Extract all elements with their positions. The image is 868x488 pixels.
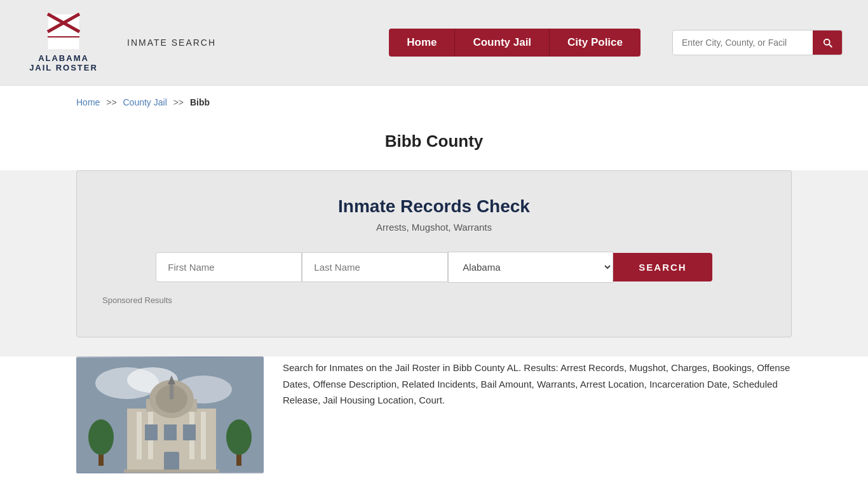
bottom-section: Search for Inmates on the Jail Roster in… xyxy=(0,356,868,488)
svg-rect-18 xyxy=(145,424,158,440)
last-name-input[interactable] xyxy=(302,252,448,282)
svg-rect-21 xyxy=(164,452,179,472)
logo-text-jailroster: JAIL ROSTER xyxy=(29,63,98,72)
sponsored-results-label: Sponsored Results xyxy=(96,295,772,305)
nav-home-button[interactable]: Home xyxy=(389,29,455,57)
logo: ALABAMA JAIL ROSTER xyxy=(25,13,102,72)
breadcrumb-home-link[interactable]: Home xyxy=(76,97,100,107)
breadcrumb-sep-1: >> xyxy=(106,97,116,107)
inmate-search-label: INMATE SEARCH xyxy=(127,37,216,48)
bottom-description: Search for Inmates on the Jail Roster in… xyxy=(283,356,792,473)
breadcrumb: Home >> County Jail >> Bibb xyxy=(0,86,868,119)
svg-rect-0 xyxy=(48,14,79,50)
svg-point-24 xyxy=(88,419,114,455)
svg-rect-17 xyxy=(201,412,206,459)
breadcrumb-sep-2: >> xyxy=(173,97,184,107)
state-select[interactable]: Alabama Alaska Arizona Arkansas Californ… xyxy=(448,252,613,283)
page-title: Bibb County xyxy=(0,132,868,151)
records-check-box: Inmate Records Check Arrests, Mugshot, W… xyxy=(76,170,792,337)
logo-text-alabama: ALABAMA xyxy=(38,53,89,63)
header-search-input[interactable] xyxy=(673,31,813,54)
svg-rect-22 xyxy=(124,470,219,473)
nav-county-jail-button[interactable]: County Jail xyxy=(455,29,550,57)
breadcrumb-county-jail-link[interactable]: County Jail xyxy=(123,97,167,107)
records-form: Alabama Alaska Arizona Arkansas Californ… xyxy=(96,252,772,283)
header: ALABAMA JAIL ROSTER INMATE SEARCH Home C… xyxy=(0,0,868,86)
search-icon xyxy=(822,37,833,48)
building-illustration xyxy=(76,356,264,473)
svg-rect-14 xyxy=(137,412,142,459)
svg-rect-19 xyxy=(164,424,177,440)
header-search xyxy=(672,30,843,55)
records-search-button[interactable]: SEARCH xyxy=(613,253,712,281)
main-nav: Home County Jail City Police xyxy=(389,29,641,57)
county-image xyxy=(76,356,264,473)
breadcrumb-current: Bibb xyxy=(190,97,210,107)
svg-point-26 xyxy=(226,419,252,455)
records-check-title: Inmate Records Check xyxy=(96,196,772,217)
svg-rect-20 xyxy=(183,424,196,440)
records-check-subtitle: Arrests, Mugshot, Warrants xyxy=(96,222,772,233)
logo-icon xyxy=(44,13,83,51)
page-title-area: Bibb County xyxy=(0,119,868,170)
first-name-input[interactable] xyxy=(156,252,302,282)
nav-city-police-button[interactable]: City Police xyxy=(550,29,641,57)
header-search-button[interactable] xyxy=(813,30,842,55)
